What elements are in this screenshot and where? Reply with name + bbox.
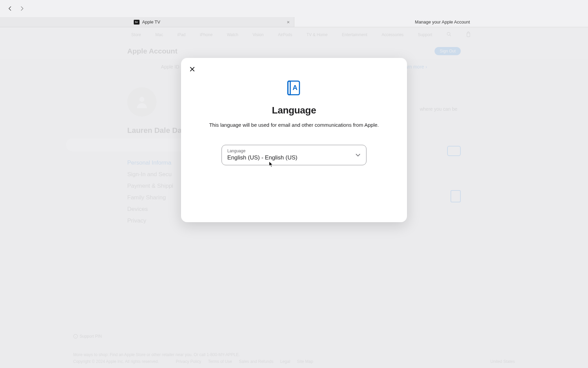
modal-description: This language will be used for email and… <box>209 122 379 128</box>
forward-button[interactable] <box>19 5 25 12</box>
tab-label: Manage your Apple Account <box>415 19 470 25</box>
chevron-down-icon <box>356 152 360 158</box>
tab-apple-account[interactable]: Manage your Apple Account <box>294 17 588 27</box>
tab-label: Apple TV <box>142 19 160 25</box>
language-modal: A Language This language will be used fo… <box>181 58 407 222</box>
tab-strip: tv Apple TV × Manage your Apple Account <box>0 17 588 27</box>
close-tab-icon[interactable]: × <box>287 19 290 25</box>
select-floating-label: Language <box>227 149 351 154</box>
select-value: English (US) - English (US) <box>227 154 351 162</box>
apple-tv-icon: tv <box>134 20 140 25</box>
modal-overlay: A Language This language will be used fo… <box>0 27 588 368</box>
back-button[interactable] <box>7 5 13 12</box>
tab-apple-tv[interactable]: tv Apple TV × <box>0 17 294 27</box>
modal-title: Language <box>272 105 316 116</box>
language-book-icon: A <box>285 79 303 97</box>
svg-rect-7 <box>288 81 290 95</box>
close-button[interactable] <box>189 65 196 73</box>
svg-text:A: A <box>293 84 297 91</box>
browser-nav-bar <box>0 0 588 17</box>
language-select[interactable]: Language English (US) - English (US) <box>222 145 366 165</box>
